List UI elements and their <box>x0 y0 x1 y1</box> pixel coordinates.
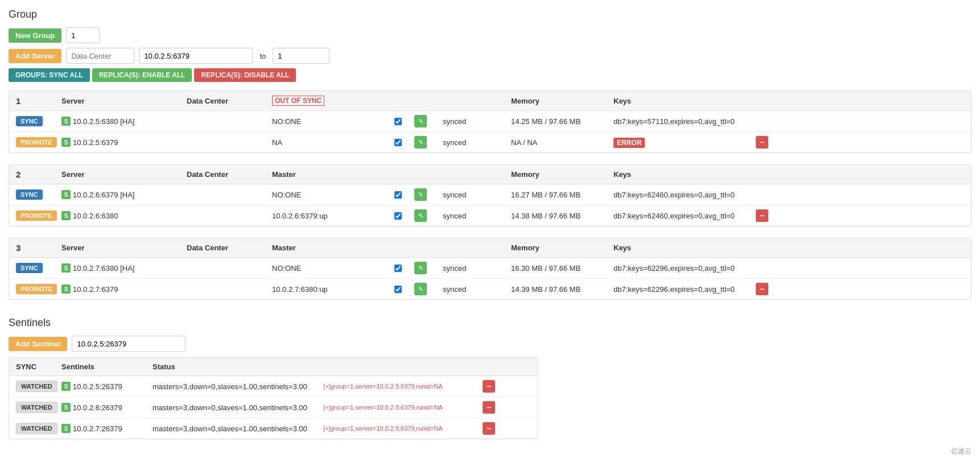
row-server-cell: S 10.0.2.5:6379 <box>59 137 184 148</box>
row-edit-button[interactable]: ✎ <box>414 115 427 127</box>
row-memory-cell: 14.25 MB / 97.66 MB <box>509 116 611 127</box>
replica-disable-all-button[interactable]: REPLICA(S): DISABLE ALL <box>194 68 296 82</box>
row-checkbox-cell[interactable] <box>384 138 412 147</box>
row-datacenter-cell <box>184 141 270 143</box>
group-header-2: 2 Server Data Center Master Memory Keys <box>9 165 971 184</box>
row-checkbox[interactable] <box>394 286 402 293</box>
sentinel-header-status: Status <box>150 361 321 372</box>
group-remove-header <box>753 174 782 176</box>
sentinels-title: Sentinels <box>9 317 971 329</box>
row-server-cell: S 10.0.2.6:6380 <box>59 210 184 221</box>
sentinel-header-sync: SYNC <box>14 361 59 372</box>
group-status-header <box>440 174 509 176</box>
row-keys-cell: ERROR <box>611 137 753 148</box>
sync-bar: GROUPS: SYNC ALL REPLICA(S): ENABLE ALL … <box>9 68 971 82</box>
row-edit-cell: ✎ <box>412 208 440 223</box>
row-remove-button[interactable]: − <box>756 209 768 222</box>
group-row: SYNC S 10.0.2.5:6380 [HA] NO:ONE ✎ synce… <box>9 111 971 132</box>
add-server-button[interactable]: Add Server <box>9 49 61 63</box>
server-badge: S <box>61 263 71 273</box>
row-checkbox[interactable] <box>394 191 402 199</box>
sentinel-rows: WATCHED S 10.0.2.5:26379 masters=3,down=… <box>9 376 537 439</box>
row-edit-button[interactable]: ✎ <box>414 188 427 201</box>
to-input[interactable] <box>273 48 330 64</box>
row-remove-button[interactable]: − <box>756 283 768 295</box>
sentinel-server-address: 10.0.2.6:26379 <box>73 403 122 412</box>
row-edit-button[interactable]: ✎ <box>414 262 427 274</box>
sentinel-remove-button[interactable]: − <box>483 380 495 393</box>
group-memory-header: Memory <box>509 242 611 253</box>
row-checkbox-cell[interactable] <box>384 211 412 221</box>
sentinel-server-address: 10.0.2.5:26379 <box>73 382 122 391</box>
toolbar-row-1: New Group <box>9 27 971 43</box>
group-number-input[interactable] <box>66 27 100 43</box>
row-edit-cell: ✎ <box>412 114 440 129</box>
row-edit-button[interactable]: ✎ <box>414 283 427 295</box>
row-checkbox[interactable] <box>394 212 402 220</box>
group-header-3: 3 Server Data Center Master Memory Keys <box>9 238 971 258</box>
sentinel-watched-button[interactable]: WATCHED <box>16 402 57 413</box>
row-checkbox[interactable] <box>394 265 402 272</box>
row-server-cell: S 10.0.2.7:6380 [HA] <box>59 262 184 274</box>
address-input[interactable] <box>139 48 253 64</box>
row-remove-button[interactable]: − <box>756 136 768 148</box>
server-address: 10.0.2.5:6379 <box>73 138 118 147</box>
row-action-button[interactable]: PROMOTE <box>16 137 57 147</box>
server-badge: S <box>61 284 71 294</box>
group-memory-header: Memory <box>509 96 611 106</box>
group-server-header: Server <box>59 242 184 253</box>
row-master-cell: NO:ONE <box>270 189 384 200</box>
group-master-header: Master <box>270 242 384 253</box>
row-edit-button[interactable]: ✎ <box>414 136 427 148</box>
row-checkbox-cell[interactable] <box>384 284 412 294</box>
data-center-input[interactable] <box>66 48 134 64</box>
new-group-button[interactable]: New Group <box>9 28 61 43</box>
row-master-cell: NA <box>270 137 384 148</box>
sentinel-server-address: 10.0.2.7:26379 <box>73 424 122 433</box>
replica-enable-all-button[interactable]: REPLICA(S): ENABLE ALL <box>92 68 192 82</box>
add-sentinel-button[interactable]: Add Sentinel <box>9 337 67 351</box>
row-memory-cell: NA / NA <box>509 137 611 148</box>
group-datacenter-header: Data Center <box>184 96 270 106</box>
row-keys-cell: db7:keys=62460,expires=0,avg_ttl=0 <box>611 211 753 221</box>
row-datacenter-cell <box>184 288 270 290</box>
row-server-cell: S 10.0.2.5:6380 [HA] <box>59 116 184 127</box>
row-action-button[interactable]: SYNC <box>16 116 43 126</box>
row-checkbox-cell[interactable] <box>384 263 412 273</box>
server-address: 10.0.2.5:6380 [HA] <box>73 117 134 126</box>
out-of-sync-label: OUT OF SYNC <box>272 96 324 106</box>
groups-sync-all-button[interactable]: GROUPS: SYNC ALL <box>9 68 90 82</box>
row-status-cell: synced <box>440 189 509 200</box>
server-address: 10.0.2.7:6379 <box>73 285 118 294</box>
server-address: 10.0.2.7:6380 [HA] <box>73 264 134 273</box>
row-checkbox[interactable] <box>394 139 402 146</box>
row-remove-cell: − <box>753 282 782 296</box>
row-status-cell: synced <box>440 284 509 295</box>
sentinel-server-cell: S 10.0.2.6:26379 <box>59 402 150 413</box>
row-edit-button[interactable]: ✎ <box>414 209 427 222</box>
row-action-button[interactable]: SYNC <box>16 189 43 200</box>
sentinel-remove-button[interactable]: − <box>483 401 495 414</box>
sentinel-server-badge: S <box>61 403 71 412</box>
sentinel-header-action <box>480 361 509 372</box>
group-datacenter-header: Data Center <box>184 242 270 253</box>
row-server-cell: S 10.0.2.6:6379 [HA] <box>59 189 184 200</box>
group-keys-header: Keys <box>611 169 753 180</box>
sentinel-watched-button[interactable]: WATCHED <box>16 381 57 392</box>
group-remove-header <box>753 247 782 249</box>
group-row: SYNC S 10.0.2.6:6379 [HA] NO:ONE ✎ synce… <box>9 184 971 205</box>
row-status-cell: synced <box>440 263 509 274</box>
row-action-button[interactable]: SYNC <box>16 263 43 273</box>
server-badge: S <box>61 117 71 126</box>
sentinel-toolbar: Add Sentinel <box>9 336 971 352</box>
sentinel-watched-button[interactable]: WATCHED <box>16 423 57 434</box>
row-action-button[interactable]: PROMOTE <box>16 211 57 221</box>
row-checkbox-cell[interactable] <box>384 117 412 126</box>
row-checkbox[interactable] <box>394 118 402 125</box>
row-memory-cell: 16.27 MB / 97.66 MB <box>509 189 611 200</box>
sentinel-input[interactable] <box>72 336 186 352</box>
sentinel-remove-button[interactable]: − <box>483 422 495 435</box>
row-action-button[interactable]: PROMOTE <box>16 284 57 294</box>
row-checkbox-cell[interactable] <box>384 190 412 200</box>
group-master-header: Master <box>270 169 384 180</box>
